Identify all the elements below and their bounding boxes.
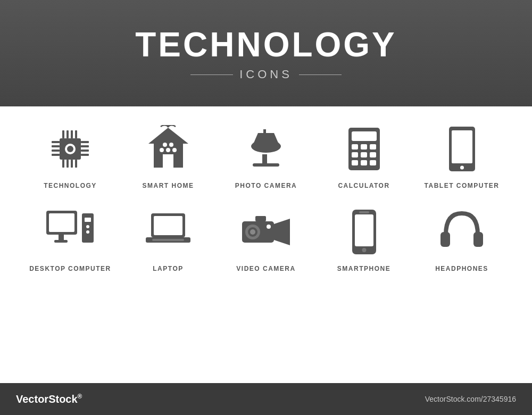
footer: VectorStock® VectorStock.com/27345916 bbox=[0, 383, 532, 415]
calculator-label: CALCULATOR bbox=[338, 182, 389, 189]
footer-logo: VectorStock® bbox=[16, 393, 82, 405]
svg-rect-42 bbox=[370, 160, 376, 165]
svg-rect-62 bbox=[255, 216, 266, 221]
svg-rect-4 bbox=[66, 130, 69, 138]
svg-marker-64 bbox=[274, 219, 290, 245]
icon-item-technology: TECHNOLOGY bbox=[28, 122, 113, 189]
smartphone-icon bbox=[337, 205, 390, 259]
svg-rect-69 bbox=[440, 232, 450, 247]
svg-rect-20 bbox=[163, 154, 173, 168]
technology-label: TECHNOLOGY bbox=[44, 182, 97, 189]
svg-point-23 bbox=[172, 148, 177, 152]
headphones-label: HEADPHONES bbox=[435, 265, 488, 272]
svg-rect-70 bbox=[473, 232, 483, 247]
svg-rect-67 bbox=[359, 211, 369, 213]
svg-rect-15 bbox=[81, 141, 89, 143]
svg-rect-36 bbox=[370, 144, 376, 150]
video-camera-icon bbox=[239, 205, 293, 259]
svg-rect-6 bbox=[75, 130, 77, 138]
icon-item-video-camera: VIDEO CAMERA bbox=[223, 205, 309, 272]
svg-point-26 bbox=[167, 125, 169, 128]
svg-point-52 bbox=[86, 225, 89, 228]
svg-rect-39 bbox=[370, 152, 376, 157]
icon-item-desktop-computer: DESKTOP COMPUTER bbox=[28, 205, 113, 272]
svg-point-22 bbox=[166, 148, 170, 152]
photo-camera-label: PHOTO CAMERA bbox=[235, 182, 297, 189]
svg-rect-55 bbox=[154, 216, 182, 235]
desktop-computer-label: DESKTOP COMPUTER bbox=[29, 265, 111, 272]
svg-rect-34 bbox=[352, 144, 358, 150]
svg-rect-17 bbox=[81, 150, 89, 152]
photo-camera-icon bbox=[239, 122, 293, 176]
footer-url: VectorStock.com/27345916 bbox=[425, 395, 516, 403]
tablet-computer-icon bbox=[435, 122, 488, 176]
svg-rect-66 bbox=[355, 214, 373, 246]
svg-rect-35 bbox=[361, 144, 367, 150]
svg-rect-12 bbox=[52, 145, 60, 147]
desktop-computer-icon bbox=[44, 205, 97, 259]
svg-rect-41 bbox=[361, 160, 367, 165]
svg-rect-40 bbox=[352, 160, 358, 165]
laptop-label: LAPTOP bbox=[153, 265, 183, 272]
icon-item-headphones: HEADPHONES bbox=[419, 205, 504, 272]
svg-rect-38 bbox=[361, 152, 367, 157]
svg-rect-49 bbox=[54, 240, 68, 243]
tablet-computer-label: TABLET COMPUTER bbox=[425, 182, 500, 189]
svg-point-25 bbox=[169, 143, 173, 147]
svg-rect-33 bbox=[352, 131, 377, 141]
laptop-icon bbox=[142, 205, 195, 259]
video-camera-label: VIDEO CAMERA bbox=[236, 265, 295, 272]
smartphone-label: SMARTPHONE bbox=[337, 265, 390, 272]
svg-point-63 bbox=[267, 225, 271, 229]
svg-point-68 bbox=[362, 248, 366, 252]
svg-point-53 bbox=[86, 230, 89, 234]
icon-item-smartphone: SMARTPHONE bbox=[321, 205, 406, 272]
svg-point-29 bbox=[251, 140, 281, 153]
icons-row-1: TECHNOLOGY bbox=[21, 122, 511, 189]
svg-rect-57 bbox=[152, 239, 184, 241]
smart-home-icon bbox=[142, 122, 195, 176]
icons-row-2: DESKTOP COMPUTER LAPTOP bbox=[21, 205, 511, 272]
svg-rect-11 bbox=[52, 141, 60, 143]
header-subtitle: ICONS bbox=[239, 68, 293, 81]
svg-rect-37 bbox=[352, 152, 358, 157]
header: TECHNOLOGY ICONS bbox=[0, 0, 532, 106]
svg-point-2 bbox=[67, 146, 73, 152]
icon-item-calculator: CALCULATOR bbox=[321, 122, 406, 189]
header-line-right bbox=[299, 74, 342, 75]
svg-rect-18 bbox=[81, 154, 89, 156]
calculator-icon bbox=[337, 122, 390, 176]
headphones-icon bbox=[435, 205, 488, 259]
icon-item-photo-camera: PHOTO CAMERA bbox=[223, 122, 309, 189]
svg-rect-10 bbox=[75, 160, 77, 168]
svg-rect-51 bbox=[85, 218, 91, 222]
svg-point-45 bbox=[460, 166, 464, 170]
svg-rect-14 bbox=[52, 154, 60, 156]
icon-item-tablet-computer: TABLET COMPUTER bbox=[419, 122, 504, 189]
svg-rect-16 bbox=[81, 145, 89, 147]
header-title: TECHNOLOGY bbox=[135, 25, 397, 64]
svg-rect-44 bbox=[452, 130, 472, 163]
svg-point-21 bbox=[160, 148, 164, 152]
icons-section: TECHNOLOGY bbox=[0, 106, 532, 299]
svg-rect-9 bbox=[71, 160, 73, 168]
svg-rect-7 bbox=[62, 160, 64, 168]
icon-item-laptop: LAPTOP bbox=[126, 205, 211, 272]
svg-rect-5 bbox=[71, 130, 73, 138]
svg-rect-47 bbox=[49, 213, 74, 232]
svg-rect-31 bbox=[253, 163, 279, 167]
icon-item-smart-home: SMART HOME bbox=[126, 122, 211, 189]
svg-rect-13 bbox=[52, 150, 60, 152]
smart-home-label: SMART HOME bbox=[143, 182, 194, 189]
svg-rect-3 bbox=[62, 130, 64, 138]
header-subtitle-row: ICONS bbox=[190, 68, 342, 81]
svg-point-61 bbox=[250, 229, 255, 235]
technology-icon bbox=[44, 122, 97, 176]
header-line-left bbox=[190, 74, 233, 75]
svg-rect-8 bbox=[66, 160, 69, 168]
svg-point-24 bbox=[163, 143, 167, 147]
